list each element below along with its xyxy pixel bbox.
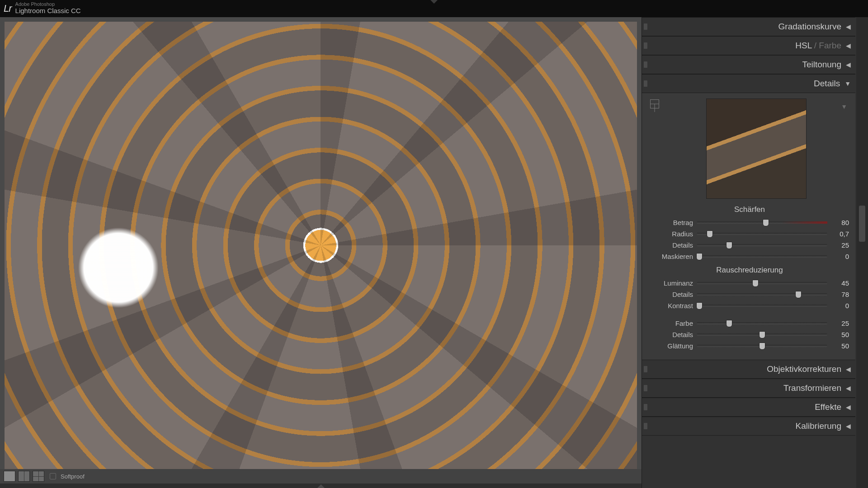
slider-value[interactable]: 25 xyxy=(831,241,849,249)
detail-preview-thumb[interactable] xyxy=(706,99,807,199)
slider-track[interactable] xyxy=(697,221,827,224)
grid-view-button[interactable] xyxy=(33,471,44,482)
slider-label: Radius xyxy=(650,230,693,238)
slider-track[interactable] xyxy=(697,282,827,284)
slider-track[interactable] xyxy=(697,233,827,235)
slider-label: Farbe xyxy=(650,319,693,327)
slider-value[interactable]: 50 xyxy=(831,342,849,350)
section-switch-icon[interactable] xyxy=(644,385,647,391)
app-logo: Lr xyxy=(4,3,12,14)
slider-value[interactable]: 80 xyxy=(831,219,849,226)
section-title: Effekte xyxy=(815,402,841,412)
title-bar: Lr Adobe Photoshop Lightroom Classic CC xyxy=(0,0,868,17)
slider-label: Kontrast xyxy=(650,302,693,310)
photo-preview[interactable] xyxy=(5,22,637,469)
slider-farbe: Farbe 25 xyxy=(650,318,849,329)
slider-value[interactable]: 0 xyxy=(831,302,849,310)
section-switch-icon[interactable] xyxy=(644,423,647,429)
slider-track[interactable] xyxy=(697,293,827,296)
slider-label: Details xyxy=(650,331,693,338)
section-details[interactable]: Details ▼ xyxy=(642,74,855,93)
slider-track[interactable] xyxy=(697,305,827,307)
canvas[interactable] xyxy=(5,22,637,469)
detail-target-icon[interactable] xyxy=(650,99,659,108)
slider-track[interactable] xyxy=(697,322,827,324)
slider-kontrast: Kontrast 0 xyxy=(650,300,849,311)
slider-value[interactable]: 25 xyxy=(831,319,849,327)
app-root: Lr Adobe Photoshop Lightroom Classic CC xyxy=(0,0,868,488)
slider-betrag: Betrag 80 xyxy=(650,217,849,228)
slider-label: Luminanz xyxy=(650,279,693,287)
loupe-view-button[interactable] xyxy=(4,471,15,482)
canvas-wrap xyxy=(0,17,642,469)
app-name: Lightroom Classic CC xyxy=(15,7,81,14)
thumb-content xyxy=(707,99,806,198)
panel-scrollbar-track[interactable] xyxy=(856,17,868,488)
softproof-label: Softproof xyxy=(61,473,85,480)
filmstrip-grip[interactable] xyxy=(0,483,642,488)
hsl-label: HSL xyxy=(795,41,811,50)
slider-radius: Radius 0,7 xyxy=(650,228,849,239)
slider-knob[interactable] xyxy=(763,219,769,226)
chevron-left-icon: ◀ xyxy=(846,404,851,411)
slider-ldetails: Details 78 xyxy=(650,289,849,300)
slider-knob[interactable] xyxy=(707,230,713,238)
section-gradation[interactable]: Gradationskurve ◀ xyxy=(642,17,855,36)
slider-track[interactable] xyxy=(697,244,827,246)
sharpen-title: Schärfen xyxy=(650,205,849,214)
section-transform[interactable]: Transformieren ◀ xyxy=(642,379,855,398)
slider-knob[interactable] xyxy=(696,302,703,310)
top-panel-grip-icon[interactable] xyxy=(430,0,438,4)
section-objektiv[interactable]: Objektivkorrekturen ◀ xyxy=(642,360,855,379)
slider-label: Betrag xyxy=(650,219,693,226)
slider-label: Glättung xyxy=(650,342,693,350)
slider-knob[interactable] xyxy=(759,343,765,350)
slider-label: Details xyxy=(650,291,693,298)
section-switch-icon[interactable] xyxy=(644,61,647,68)
section-effekte[interactable]: Effekte ◀ xyxy=(642,398,855,417)
slider-knob[interactable] xyxy=(726,320,732,327)
details-body: ▼ Schärfen Betrag 80 Radius 0,7 Deta xyxy=(642,93,855,360)
chevron-left-icon: ◀ xyxy=(846,42,851,49)
slider-maskieren: Maskieren 0 xyxy=(650,251,849,262)
section-title: Teiltonung xyxy=(802,60,841,70)
section-teiltonung[interactable]: Teiltonung ◀ xyxy=(642,55,855,74)
section-hsl-farbe[interactable]: HSL / Farbe ◀ xyxy=(642,36,855,55)
slider-track[interactable] xyxy=(697,255,827,258)
slider-value[interactable]: 0 xyxy=(831,253,849,260)
slider-value[interactable]: 50 xyxy=(831,331,849,338)
section-kalibrierung[interactable]: Kalibrierung ◀ xyxy=(642,417,855,436)
chevron-left-icon: ◀ xyxy=(846,23,851,30)
slider-knob[interactable] xyxy=(795,291,802,298)
photo-content xyxy=(5,22,637,469)
section-switch-icon[interactable] xyxy=(644,366,647,372)
before-after-lr-button[interactable] xyxy=(18,471,30,482)
noise-title: Rauschreduzierung xyxy=(650,266,849,275)
slider-track[interactable] xyxy=(697,345,827,347)
chevron-down-icon: ▼ xyxy=(844,80,851,87)
section-switch-icon[interactable] xyxy=(644,42,647,49)
slider-luminanz: Luminanz 45 xyxy=(650,277,849,289)
slider-track[interactable] xyxy=(697,333,827,336)
slider-label: Details xyxy=(650,241,693,249)
slider-value[interactable]: 0,7 xyxy=(831,230,849,238)
slider-knob[interactable] xyxy=(696,253,703,260)
slider-knob[interactable] xyxy=(759,331,765,338)
section-switch-icon[interactable] xyxy=(644,404,647,410)
panel-scrollbar-thumb[interactable] xyxy=(859,206,865,242)
chevron-left-icon: ◀ xyxy=(846,61,851,68)
chevron-down-icon[interactable]: ▼ xyxy=(841,103,847,110)
slider-value[interactable]: 78 xyxy=(831,291,849,298)
viewer-toolbar: Softproof xyxy=(0,469,642,483)
slider-value[interactable]: 45 xyxy=(831,279,849,287)
section-switch-icon[interactable] xyxy=(644,80,647,87)
viewer-column: Softproof xyxy=(0,17,642,488)
chevron-left-icon: ◀ xyxy=(846,385,851,392)
slider-knob[interactable] xyxy=(726,242,732,249)
softproof-checkbox[interactable] xyxy=(50,473,56,479)
section-switch-icon[interactable] xyxy=(644,23,647,30)
section-title: HSL / Farbe xyxy=(795,41,841,51)
chevron-left-icon: ◀ xyxy=(846,422,851,430)
chevron-left-icon: ◀ xyxy=(846,366,851,373)
slider-knob[interactable] xyxy=(752,280,759,287)
